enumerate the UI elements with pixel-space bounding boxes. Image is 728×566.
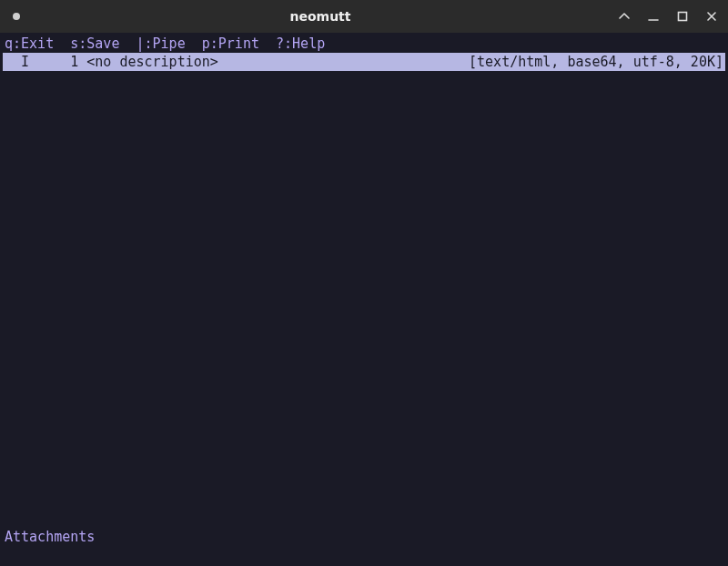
svg-rect-1 [679, 13, 687, 21]
window-titlebar: neomutt [0, 0, 728, 33]
attachment-right: [text/html, base64, utf-8, 20K] [469, 53, 723, 71]
attachment-row[interactable]: I 1 <no description> [text/html, base64,… [3, 53, 725, 71]
minimize-button[interactable] [644, 7, 662, 25]
maximize-button[interactable] [673, 7, 692, 25]
empty-area [3, 71, 725, 528]
help-bar: q:Exit s:Save |:Pipe p:Print ?:Help [3, 35, 725, 53]
attachment-left: I 1 <no description> [5, 53, 218, 71]
close-button[interactable] [703, 7, 721, 25]
window-title: neomutt [25, 9, 615, 24]
status-line: Attachments [3, 528, 725, 546]
modified-indicator-icon [13, 13, 20, 20]
window-controls [615, 7, 721, 25]
chevron-up-icon[interactable] [615, 7, 633, 25]
terminal-body: q:Exit s:Save |:Pipe p:Print ?:Help I 1 … [0, 33, 728, 566]
